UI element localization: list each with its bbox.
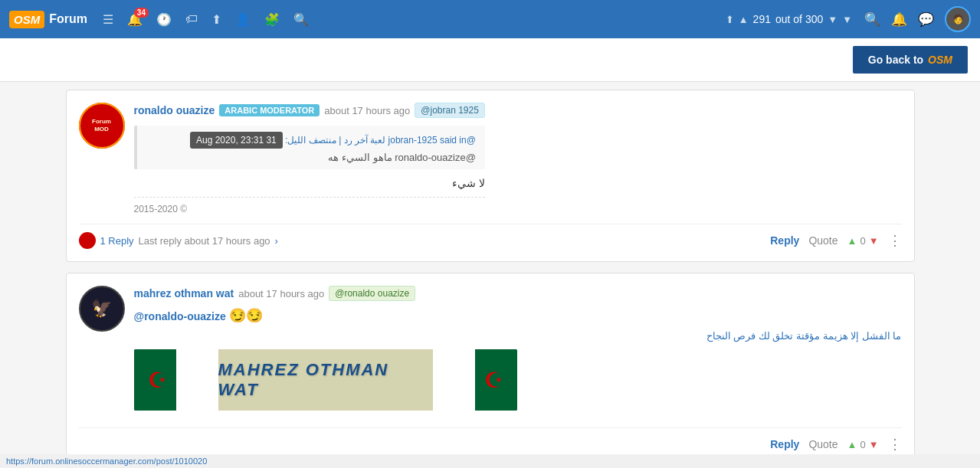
post-meta-1: ronaldo ouazize ARABIC MODERATOR about 1… bbox=[134, 103, 485, 118]
avatar-1[interactable]: Forum MOD bbox=[79, 103, 125, 149]
status-bar: https://forum.onlinesoccermanager.com/po… bbox=[0, 454, 980, 468]
vote-down-icon-2[interactable]: ▼ bbox=[869, 439, 879, 450]
crescent-right: ☪ bbox=[484, 368, 503, 393]
next-page-icon[interactable]: ▼ bbox=[842, 14, 852, 25]
post-footer-right-2: Reply Quote ▲ 0 ▼ ⋮ bbox=[770, 436, 901, 453]
pagination-label: out of 300 bbox=[775, 13, 823, 25]
post-header-2: 🦅 mahrez othman wat about 17 hours ago @… bbox=[79, 286, 902, 418]
post-signature-1: 2015-2020 © bbox=[134, 197, 485, 214]
reply-last-label: Last reply about 17 hours ago bbox=[139, 235, 270, 247]
upload-icon[interactable]: ⬆ bbox=[211, 12, 221, 27]
vote-section-2: ▲ 0 ▼ bbox=[847, 439, 879, 450]
post-header-1: Forum MOD ronaldo ouazize ARABIC MODERAT… bbox=[79, 103, 902, 214]
nav-chat-icon[interactable]: 💬 bbox=[918, 11, 934, 28]
pagination-current: 291 bbox=[753, 13, 771, 25]
mention-tag-2[interactable]: @ronaldo ouazize bbox=[329, 286, 415, 301]
reply-button-2[interactable]: Reply bbox=[770, 438, 799, 450]
post-footer-1: 1 Reply Last reply about 17 hours ago › … bbox=[79, 224, 902, 249]
pagination: ⬆ ▲ 291 out of 300 ▼ ▼ bbox=[726, 13, 852, 25]
search-icon[interactable]: 🔍 bbox=[293, 12, 309, 27]
body-mention-link[interactable]: @ronaldo-ouazize bbox=[134, 310, 226, 322]
quote-link[interactable]: @jobran-1925 said in لعبة آخر رد | منتصف… bbox=[285, 135, 476, 146]
forum-label: Forum bbox=[49, 12, 87, 26]
more-options-2[interactable]: ⋮ bbox=[888, 436, 902, 453]
post-meta-2: mahrez othman wat about 17 hours ago @ro… bbox=[134, 286, 902, 301]
status-url: https://forum.onlinesoccermanager.com/po… bbox=[6, 457, 207, 466]
quote-block-1: @jobran-1925 said in لعبة آخر رد | منتصف… bbox=[134, 126, 485, 169]
quote-header: @jobran-1925 said in لعبة آخر رد | منتصف… bbox=[146, 132, 476, 149]
banner-center: MAHREZ OTHMAN WAT bbox=[218, 349, 433, 411]
post-body-1: لا شيء bbox=[134, 177, 485, 189]
navbar-logo[interactable]: OSM Forum bbox=[9, 11, 87, 28]
tooltip-date: 31 Aug 2020, 23:31 bbox=[190, 132, 283, 149]
post-body-2: @ronaldo-ouazize 😏😏 bbox=[134, 307, 902, 324]
user-avatar[interactable]: 🧑 bbox=[945, 6, 971, 32]
nav-right-icons: 🔍 🔔 💬 🧑 bbox=[864, 6, 971, 32]
post-card-1: Forum MOD ronaldo ouazize ARABIC MODERAT… bbox=[66, 90, 915, 262]
body-emoji: 😏😏 bbox=[229, 308, 263, 323]
nav-bell-icon[interactable]: 🔔 bbox=[891, 11, 907, 28]
navbar: OSM Forum ☰ 🔔 34 🕐 🏷 ⬆ 👤 🧩 🔍 ⬆ ▲ 291 out… bbox=[0, 0, 980, 38]
prev-page-icon[interactable]: ▲ bbox=[739, 14, 749, 25]
go-back-label: Go back to bbox=[868, 54, 923, 66]
pagination-dropdown[interactable]: ▼ bbox=[828, 14, 837, 25]
reply-count-label[interactable]: 1 Reply bbox=[100, 235, 134, 247]
vote-count-2: 0 bbox=[860, 439, 865, 450]
avatar-2[interactable]: 🦅 bbox=[79, 286, 125, 332]
puzzle-icon[interactable]: 🧩 bbox=[264, 12, 280, 27]
vote-up-icon-2[interactable]: ▲ bbox=[847, 439, 857, 450]
nav-search-icon[interactable]: 🔍 bbox=[864, 11, 880, 28]
go-back-button[interactable]: Go back to OSM bbox=[853, 46, 968, 74]
nav-icons: ☰ 🔔 34 🕐 🏷 ⬆ 👤 🧩 🔍 bbox=[103, 12, 309, 27]
post-username-2[interactable]: mahrez othman wat bbox=[134, 287, 234, 299]
post-time-2: about 17 hours ago bbox=[238, 288, 324, 299]
notification-badge: 34 bbox=[134, 8, 149, 18]
moderator-badge: ARABIC MODERATOR bbox=[219, 104, 320, 116]
go-back-bar: Go back to OSM bbox=[0, 38, 980, 82]
user-icon[interactable]: 👤 bbox=[235, 12, 251, 27]
vote-count-1: 0 bbox=[860, 235, 865, 247]
reply-arrow[interactable]: › bbox=[275, 235, 278, 247]
flag-left: ☪ bbox=[134, 349, 218, 411]
osm-logo-text[interactable]: OSM bbox=[9, 11, 44, 28]
flag-right: ☪ bbox=[433, 349, 517, 411]
post-footer-right-1: Reply Quote ▲ 0 ▼ ⋮ bbox=[770, 232, 901, 249]
reply-avatar-small bbox=[79, 232, 96, 249]
main-content: Forum MOD ronaldo ouazize ARABIC MODERAT… bbox=[54, 82, 927, 468]
reply-button-1[interactable]: Reply bbox=[770, 234, 799, 247]
quote-body-text: @ronaldo-ouazize ماهو السيء هه bbox=[146, 152, 476, 163]
post-banner: ☪ MAHREZ OTHMAN WAT ☪ bbox=[134, 349, 517, 411]
vote-up-icon-1[interactable]: ▲ bbox=[847, 235, 857, 247]
post-body-arabic: لا شيء bbox=[452, 177, 485, 189]
post-sig-arabic: ما الفشل إلا هزيمة مؤقتة تخلق لك فرص الن… bbox=[134, 330, 902, 342]
hamburger-icon[interactable]: ☰ bbox=[103, 12, 113, 27]
notifications-icon[interactable]: 🔔 34 bbox=[127, 12, 143, 27]
mention-tag-1[interactable]: @jobran 1925 bbox=[415, 103, 485, 118]
post-footer-left-1: 1 Reply Last reply about 17 hours ago › bbox=[79, 232, 278, 249]
banner-text: MAHREZ OTHMAN WAT bbox=[218, 360, 433, 400]
clock-icon[interactable]: 🕐 bbox=[156, 12, 172, 27]
go-back-osm-logo: OSM bbox=[928, 54, 952, 66]
vote-down-icon-1[interactable]: ▼ bbox=[869, 235, 879, 247]
crescent-left: ☪ bbox=[148, 368, 167, 393]
avatar-initials: 🧑 bbox=[952, 14, 964, 25]
quote-button-1[interactable]: Quote bbox=[808, 234, 837, 247]
post-username-1[interactable]: ronaldo ouazize bbox=[134, 104, 215, 116]
quote-button-2[interactable]: Quote bbox=[808, 438, 837, 450]
first-page-icon[interactable]: ⬆ bbox=[726, 14, 734, 25]
vote-section-1: ▲ 0 ▼ bbox=[847, 235, 879, 247]
post-time-1: about 17 hours ago bbox=[324, 105, 410, 116]
post-footer-2: Reply Quote ▲ 0 ▼ ⋮ bbox=[79, 427, 902, 453]
post-card-2: 🦅 mahrez othman wat about 17 hours ago @… bbox=[66, 273, 915, 466]
tag-icon[interactable]: 🏷 bbox=[185, 12, 198, 26]
more-options-1[interactable]: ⋮ bbox=[888, 232, 902, 249]
